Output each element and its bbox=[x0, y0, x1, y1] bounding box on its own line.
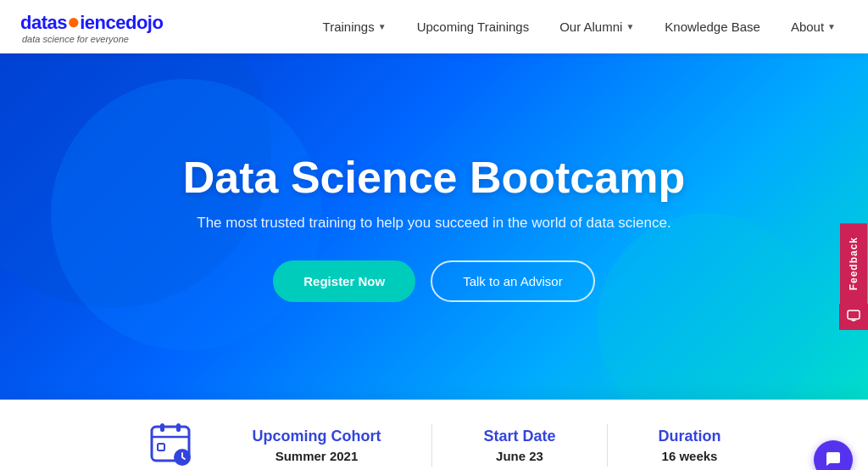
info-item-upcoming-cohort: Upcoming Cohort Summer 2021 bbox=[252, 428, 381, 463]
hero-buttons: Register Now Talk to an Advisor bbox=[183, 260, 685, 302]
hero-content: Data Science Bootcamp The most trusted t… bbox=[183, 152, 685, 302]
start-date-label: Start Date bbox=[483, 428, 555, 445]
register-now-button[interactable]: Register Now bbox=[273, 260, 415, 302]
calendar-icon-wrap bbox=[147, 418, 201, 470]
duration-label: Duration bbox=[659, 428, 721, 445]
nav-item-upcoming-trainings[interactable]: Upcoming Trainings bbox=[405, 13, 542, 41]
calendar-icon bbox=[147, 418, 201, 470]
chat-button[interactable] bbox=[814, 440, 853, 470]
info-item-start-date: Start Date June 23 bbox=[483, 428, 555, 463]
chevron-down-icon: ▼ bbox=[626, 22, 634, 31]
info-divider-2 bbox=[607, 424, 608, 467]
hero-subtitle: The most trusted training to help you su… bbox=[183, 215, 685, 232]
start-date-value: June 23 bbox=[496, 449, 543, 463]
logo[interactable]: datas●iencedojo data science for everyon… bbox=[20, 9, 163, 45]
feedback-label: Feedback bbox=[840, 223, 867, 304]
logo-tagline: data science for everyone bbox=[20, 34, 163, 44]
logo-dojo: dojo bbox=[125, 12, 163, 33]
duration-value: 16 weeks bbox=[662, 449, 718, 463]
navbar: datas●iencedojo data science for everyon… bbox=[0, 0, 868, 53]
chevron-down-icon: ▼ bbox=[378, 22, 387, 31]
svg-rect-3 bbox=[160, 423, 164, 432]
chevron-down-icon: ▼ bbox=[827, 22, 836, 31]
info-bar: Upcoming Cohort Summer 2021 Start Date J… bbox=[0, 400, 868, 470]
talk-to-advisor-button[interactable]: Talk to an Advisor bbox=[431, 260, 595, 302]
feedback-icon bbox=[839, 304, 868, 330]
logo-dot: ● bbox=[67, 8, 80, 34]
feedback-tab[interactable]: Feedback bbox=[839, 223, 868, 330]
upcoming-cohort-label: Upcoming Cohort bbox=[252, 428, 381, 445]
info-divider-1 bbox=[431, 424, 432, 467]
nav-links: Trainings ▼ Upcoming Trainings Our Alumn… bbox=[311, 13, 848, 41]
hero-section: Data Science Bootcamp The most trusted t… bbox=[0, 53, 868, 400]
nav-item-knowledge-base[interactable]: Knowledge Base bbox=[653, 13, 772, 41]
nav-item-about[interactable]: About ▼ bbox=[779, 13, 848, 41]
hero-title: Data Science Bootcamp bbox=[183, 152, 685, 203]
svg-rect-5 bbox=[158, 444, 164, 450]
svg-rect-0 bbox=[848, 311, 860, 319]
upcoming-cohort-value: Summer 2021 bbox=[275, 449, 359, 463]
logo-science: s●ience bbox=[57, 12, 125, 33]
info-item-duration: Duration 16 weeks bbox=[659, 428, 721, 463]
logo-data: data bbox=[20, 12, 57, 33]
logo-text: datas●iencedojo bbox=[20, 9, 163, 34]
svg-rect-4 bbox=[176, 423, 181, 432]
nav-item-our-alumni[interactable]: Our Alumni ▼ bbox=[548, 13, 646, 41]
nav-item-trainings[interactable]: Trainings ▼ bbox=[311, 13, 398, 41]
